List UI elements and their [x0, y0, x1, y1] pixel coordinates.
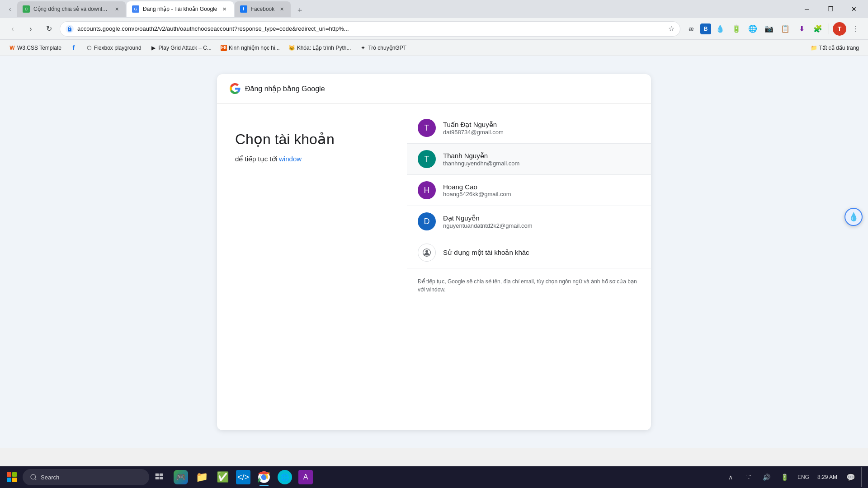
account-info-1: Tuấn Đạt Nguyễn dat958734@gmail.com — [443, 121, 640, 136]
bookmark-kinh-nghiem-label: Kinh nghiệm học hi... — [229, 45, 280, 51]
minimize-button[interactable]: ─ — [797, 2, 817, 16]
taskbar: Search 🎮 📁 ✅ </> — [0, 466, 868, 488]
floating-water-button[interactable]: 💧 — [844, 208, 863, 226]
account-avatar-1: T — [418, 119, 436, 137]
account-name-4: Đạt Nguyễn — [443, 214, 640, 222]
close-button[interactable]: ✕ — [844, 2, 864, 16]
tab-2[interactable]: G Đăng nhập - Tài khoản Google ✕ — [127, 1, 234, 17]
tab-title-1: Cộng đồng chia sẻ và downloa... — [33, 6, 109, 12]
svg-rect-3 — [160, 474, 163, 476]
account-item-4[interactable]: D Đạt Nguyễn nguyentuandatntd2k2@gmail.c… — [407, 206, 651, 237]
taskbar-app-network[interactable]: 🌐 — [275, 467, 295, 487]
bookmarks-bar: W W3.CSS Template f ⬡ Flexbox playground… — [0, 40, 868, 56]
tray-chevron-icon[interactable]: ∧ — [722, 467, 739, 487]
account-email-3: hoang5426kk@gmail.com — [443, 191, 640, 197]
task-view-button[interactable] — [150, 467, 168, 487]
taskbar-right: ∧ 🔊 🔋 ENG 8:29 AM 💬 — [722, 467, 866, 487]
extension-yellow-icon[interactable]: 📋 — [778, 22, 793, 36]
extension-battery-icon[interactable]: 🔋 — [729, 22, 744, 36]
extension-ae-icon[interactable]: æ — [684, 22, 698, 36]
add-account-item[interactable]: Sử dụng một tài khoản khác — [407, 237, 651, 268]
extensions-button[interactable]: 🧩 — [811, 22, 825, 36]
bookmark-w3css[interactable]: W W3.CSS Template — [5, 43, 65, 53]
bookmark-facebook[interactable]: f — [67, 43, 80, 53]
notification-center-button[interactable]: 💬 — [843, 467, 859, 487]
all-bookmarks-label: Tất cả dấu trang — [819, 45, 859, 51]
tray-network-icon[interactable] — [741, 467, 757, 487]
taskbar-clock[interactable]: 8:29 AM — [814, 467, 841, 487]
svg-point-1 — [425, 250, 428, 253]
title-bar: ‹ C Cộng đồng chia sẻ và downloa... ✕ G … — [0, 0, 868, 18]
tab-1[interactable]: C Cộng đồng chia sẻ và downloa... ✕ — [17, 1, 126, 17]
taskbar-language[interactable]: ENG — [795, 474, 812, 480]
forward-button[interactable]: › — [24, 22, 38, 36]
bookmark-tro-chuyen-gpt[interactable]: ✦ Trò chuyệnGPT — [356, 43, 410, 53]
taskbar-time: 8:29 AM — [817, 474, 837, 481]
bookmark-flexbox-label: Flexbox playground — [94, 45, 142, 51]
w3css-favicon: W — [9, 45, 15, 51]
tray-volume-icon[interactable]: 🔊 — [759, 467, 775, 487]
reload-button[interactable]: ↻ — [42, 22, 56, 36]
card-body: Chọn tài khoản để tiếp tục tới window T … — [217, 103, 651, 320]
account-name-2: Thanh Nguyễn — [443, 152, 640, 160]
all-bookmarks-button[interactable]: 📁 Tất cả dấu trang — [807, 43, 863, 53]
url-text: accounts.google.com/o/oauth2/v2/auth/oau… — [77, 25, 665, 32]
account-info-2: Thanh Nguyễn thanhnguyendhn@gmail.com — [443, 152, 640, 167]
taskbar-app-purple[interactable]: A — [296, 467, 316, 487]
bookmark-khoa-lap-trinh[interactable]: 🐱 Khóa: Lập trình Pyth... — [285, 43, 355, 53]
svg-rect-5 — [160, 477, 163, 479]
tab-title-3: Facebook — [251, 6, 275, 12]
extension-b-icon[interactable]: B — [700, 23, 711, 34]
bookmark-flexbox[interactable]: ⬡ Flexbox playground — [82, 43, 145, 53]
show-desktop-button[interactable] — [861, 467, 863, 487]
url-bar[interactable]: accounts.google.com/o/oauth2/v2/auth/oau… — [60, 21, 680, 37]
card-right: T Tuấn Đạt Nguyễn dat958734@gmail.com T — [407, 103, 651, 320]
taskbar-search[interactable]: Search — [23, 469, 149, 485]
account-item-1[interactable]: T Tuấn Đạt Nguyễn dat958734@gmail.com — [407, 113, 651, 144]
lock-icon — [66, 25, 74, 33]
taskbar-app-game[interactable]: 🎮 — [171, 467, 191, 487]
extension-translate-icon[interactable]: 🌐 — [745, 22, 760, 36]
bookmark-star-icon[interactable]: ☆ — [668, 24, 675, 33]
tab-close-3[interactable]: ✕ — [278, 5, 285, 13]
google-logo — [230, 83, 241, 94]
extension-drop-icon[interactable]: 💧 — [713, 22, 727, 36]
back-button[interactable]: ‹ — [5, 22, 20, 36]
start-button[interactable] — [2, 467, 22, 487]
account-info-4: Đạt Nguyễn nguyentuandatntd2k2@gmail.com — [443, 214, 640, 229]
account-item-3[interactable]: H Hoang Cao hoang5426kk@gmail.com — [407, 175, 651, 206]
flexbox-favicon: ⬡ — [86, 45, 92, 51]
bookmarks-right: 📁 Tất cả dấu trang — [807, 43, 863, 53]
taskbar-app-greencheck[interactable]: ✅ — [212, 467, 232, 487]
profile-button[interactable]: T — [833, 22, 846, 36]
signin-header-text: Đăng nhập bằng Google — [245, 84, 325, 93]
taskbar-app-chrome[interactable] — [254, 467, 274, 487]
new-tab-button[interactable]: + — [293, 4, 306, 17]
khoa-lap-trinh-favicon: 🐱 — [289, 45, 295, 51]
window-controls: ─ ❐ ✕ — [797, 2, 864, 16]
taskbar-app-file-explorer[interactable]: 📁 — [192, 467, 212, 487]
continue-link[interactable]: window — [279, 155, 302, 163]
tab-close-1[interactable]: ✕ — [113, 5, 120, 13]
bookmark-play-grid[interactable]: ▶ Play Grid Attack – C... — [147, 43, 215, 53]
bookmark-kinh-nghiem[interactable]: F8 Kinh nghiệm học hi... — [217, 43, 283, 53]
tab-close-2[interactable]: ✕ — [221, 5, 228, 13]
taskbar-apps: 🎮 📁 ✅ </> 🌐 — [171, 467, 316, 487]
privacy-text: Để tiếp tục, Google sẽ chia sẻ tên, địa … — [407, 268, 651, 303]
taskbar-search-text: Search — [41, 474, 59, 481]
chrome-menu-button[interactable]: ⋮ — [848, 22, 863, 36]
maximize-button[interactable]: ❐ — [820, 2, 841, 16]
google-signin-card: Đăng nhập bằng Google Chọn tài khoản để … — [217, 74, 651, 430]
address-bar: ‹ › ↻ accounts.google.com/o/oauth2/v2/au… — [0, 18, 868, 40]
taskbar-app-vscode[interactable]: </> — [233, 467, 253, 487]
tray-battery-icon[interactable]: 🔋 — [777, 467, 793, 487]
tab-scroll-left[interactable]: ‹ — [4, 3, 16, 15]
account-item-2[interactable]: T Thanh Nguyễn thanhnguyendhn@gmail.com — [407, 144, 651, 175]
extension-camera-icon[interactable]: 📷 — [762, 22, 776, 36]
svg-rect-4 — [156, 477, 159, 479]
extension-down-icon[interactable]: ⬇ — [794, 22, 809, 36]
tab-favicon-2: G — [132, 5, 139, 13]
tro-chuyen-gpt-favicon: ✦ — [360, 45, 366, 51]
tab-3[interactable]: f Facebook ✕ — [235, 1, 291, 17]
svg-point-8 — [262, 475, 266, 479]
